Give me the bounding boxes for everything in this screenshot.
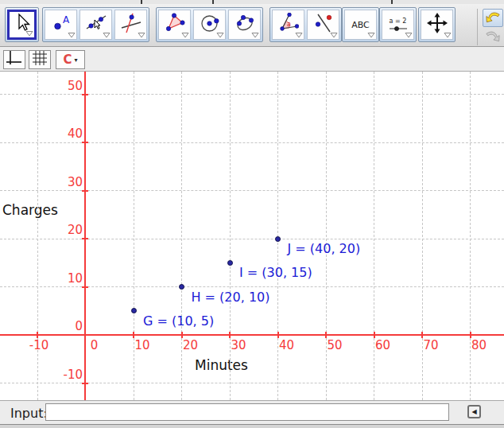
vertical-gridline (422, 72, 423, 400)
angle-tool-button[interactable]: a (272, 10, 304, 40)
y-axis-tick (82, 142, 88, 143)
abc-text-icon: ABC (351, 20, 370, 30)
x-axis-tick (374, 332, 375, 338)
x-axis-tick-label: 80 (471, 340, 487, 352)
move-tool-button[interactable] (7, 10, 37, 40)
show-grid-button[interactable] (29, 50, 51, 69)
slider-icon: a = 2 (389, 18, 408, 33)
x-axis-tick-label: -10 (29, 340, 49, 352)
undo-arrow-icon (485, 10, 501, 27)
x-axis-tick-label: 70 (423, 340, 438, 352)
horizontal-gridline (0, 94, 504, 95)
x-axis-tick-label: 30 (231, 340, 246, 352)
input-label: Input: (10, 406, 48, 421)
dropdown-arrow-icon[interactable] (138, 33, 145, 38)
magnet-icon: C (63, 53, 72, 66)
line-tool-button[interactable] (79, 10, 112, 40)
point-capturing-button[interactable]: C ▾ (56, 50, 85, 69)
circle-tool-button[interactable] (193, 10, 226, 40)
toolbar-panel-text: ABC (342, 7, 379, 42)
dropdown-arrow-icon[interactable] (68, 33, 76, 38)
dropdown-arrow-icon[interactable] (216, 33, 224, 38)
horizontal-gridline (0, 286, 504, 287)
toolbar-panel-move-view (418, 7, 456, 42)
data-point[interactable] (179, 284, 184, 290)
x-axis-tick (229, 332, 231, 338)
graphics-view[interactable]: Charges Minutes -1001020304050607080-100… (0, 72, 504, 400)
text-tool-button[interactable]: ABC (344, 10, 377, 40)
vertical-gridline (326, 72, 327, 400)
chevron-down-icon: ▾ (75, 56, 78, 64)
toolbar-panel-points-lines: A (42, 7, 149, 42)
y-axis-tick-label: 0 (51, 321, 83, 333)
reflect-tool-button[interactable] (307, 10, 339, 40)
data-point[interactable] (131, 308, 137, 313)
command-input[interactable] (45, 403, 449, 421)
show-axes-button[interactable] (3, 50, 25, 69)
horizontal-gridline (0, 190, 504, 191)
vertical-gridline (470, 72, 471, 400)
y-axis-tick-label: 10 (51, 273, 83, 285)
vertical-gridline (181, 72, 182, 400)
input-help-button[interactable]: ◀ (467, 405, 481, 418)
move-view-tool-button[interactable] (421, 10, 453, 40)
data-point[interactable] (227, 260, 233, 266)
conic-tool-button[interactable] (228, 10, 261, 40)
point-label: I = (30, 15) (239, 266, 312, 280)
polygon-tool-button[interactable] (158, 10, 191, 40)
dropdown-arrow-icon[interactable] (330, 33, 338, 38)
y-axis-tick-label: 30 (51, 177, 83, 189)
slider-tool-button[interactable]: a = 2 (382, 10, 414, 40)
horizontal-gridline (0, 383, 504, 383)
x-axis-tick-label: 10 (134, 340, 149, 352)
svg-text:a: a (287, 21, 291, 28)
y-axis-tick-label: 50 (51, 80, 83, 92)
toolbar-panel-shapes (156, 7, 263, 42)
main-toolbar: A (0, 4, 504, 47)
toolbar-separator (477, 9, 478, 45)
toolbar-panel-move (5, 7, 39, 42)
point-tool-button[interactable]: A (45, 10, 77, 40)
grid-icon (31, 49, 48, 70)
x-axis-tick (133, 332, 134, 338)
dropdown-arrow-icon[interactable] (251, 33, 259, 38)
x-axis (0, 334, 504, 336)
x-axis-tick-label: 0 (91, 340, 99, 352)
y-axis-tick (82, 94, 88, 95)
dropdown-arrow-icon[interactable] (367, 33, 375, 38)
dropdown-arrow-icon[interactable] (444, 33, 452, 38)
point-label: G = (10, 5) (143, 314, 214, 329)
y-axis-tick-label: 40 (51, 128, 83, 140)
axes-icon (5, 49, 24, 70)
y-axis-tick (82, 190, 88, 192)
dropdown-arrow-icon[interactable] (181, 33, 189, 38)
toolbar-panel-slider: a = 2 (379, 7, 417, 42)
y-axis-tick (82, 286, 88, 288)
undo-button[interactable] (483, 9, 503, 27)
input-bar: Input: ◀ (0, 400, 504, 424)
data-point[interactable] (275, 236, 281, 242)
y-axis-tick (82, 238, 88, 239)
perpendicular-line-tool-button[interactable] (114, 10, 147, 40)
left-triangle-icon: ◀ (471, 409, 476, 415)
dropdown-arrow-icon[interactable] (25, 31, 33, 37)
horizontal-gridline (0, 142, 504, 143)
y-axis-title: Charges (2, 202, 58, 218)
x-axis-title: Minutes (195, 357, 248, 373)
x-axis-tick-label: 60 (375, 340, 390, 352)
window-bottom-edge (0, 424, 504, 428)
x-axis-tick (277, 332, 279, 338)
dropdown-arrow-icon[interactable] (405, 33, 413, 38)
toolbar-panel-measure-transform: a (269, 7, 342, 42)
point-label: J = (40, 20) (288, 242, 361, 256)
dropdown-arrow-icon[interactable] (103, 33, 110, 38)
dropdown-arrow-icon[interactable] (295, 33, 303, 38)
x-axis-tick (37, 332, 38, 338)
x-axis-tick-label: 50 (327, 340, 342, 352)
y-axis (84, 72, 86, 400)
x-axis-tick (470, 332, 471, 338)
x-axis-tick-label: 40 (279, 340, 294, 352)
x-axis-tick (181, 332, 183, 338)
redo-button[interactable] (483, 28, 503, 46)
y-axis-tick (82, 383, 88, 384)
